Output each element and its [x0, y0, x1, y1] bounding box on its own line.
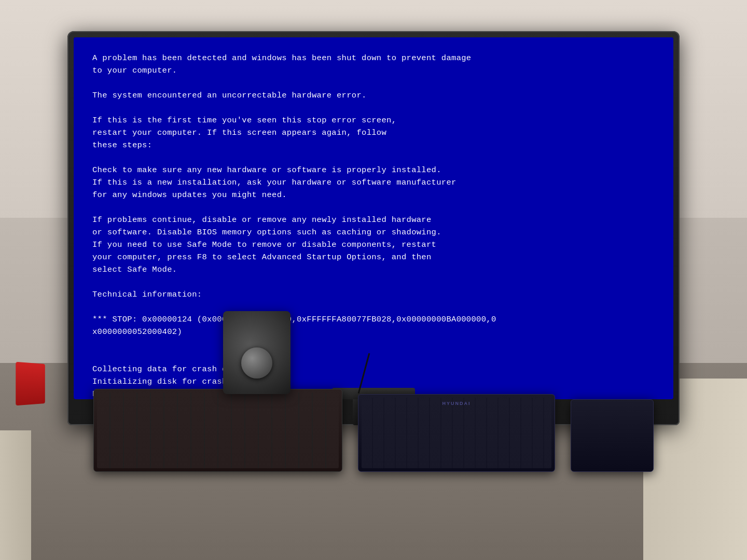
bsod-blank-7: [92, 338, 655, 351]
keyboard-area: HYUNDAI: [42, 368, 706, 472]
bsod-blank-4: [92, 201, 655, 214]
speaker-volume-knob: [241, 347, 272, 379]
bsod-line-8: If this is a new installation, ask your …: [92, 176, 655, 189]
monitor: A problem has been detected and windows …: [67, 31, 680, 425]
bsod-line-5: restart your computer. If this screen ap…: [92, 127, 655, 139]
bsod-line-6: these steps:: [92, 139, 655, 151]
bsod-line-9: for any windows updates you might need.: [92, 189, 655, 201]
bsod-stop-code: *** STOP: 0x00000124 (0x0000000000000000…: [92, 313, 655, 326]
red-object: [16, 362, 45, 405]
bsod-blank-8: [92, 351, 655, 363]
bsod-stop-code-2: x0000000052000402): [92, 326, 655, 338]
keyboard-right: HYUNDAI: [358, 394, 555, 472]
bsod-line-11: or software. Disable BIOS memory options…: [92, 226, 655, 239]
bsod-blank-2: [92, 102, 655, 114]
monitor-bezel: A problem has been detected and windows …: [74, 37, 673, 399]
bsod-blank-3: [92, 151, 655, 164]
keyboard-numpad: [571, 399, 654, 472]
bsod-line-7: Check to make sure any new hardware or s…: [92, 164, 655, 176]
keyboard-left: [93, 389, 342, 472]
bsod-blank-5: [92, 276, 655, 288]
bsod-blank-6: [92, 301, 655, 313]
couch-arm-left: [0, 430, 31, 560]
bsod-line-2: to your computer.: [92, 64, 655, 77]
bsod-line-15: Technical information:: [92, 288, 655, 301]
bsod-line-1: A problem has been detected and windows …: [92, 52, 655, 64]
bsod-line-10: If problems continue, disable or remove …: [92, 214, 655, 226]
bsod-screen: A problem has been detected and windows …: [74, 37, 673, 399]
bsod-line-12: If you need to use Safe Mode to remove o…: [92, 239, 655, 251]
bsod-line-4: If this is the first time you've seen th…: [92, 114, 655, 127]
bsod-line-13: your computer, press F8 to select Advanc…: [92, 251, 655, 263]
speaker: [223, 311, 290, 394]
bsod-line-3: The system encountered an uncorrectable …: [92, 89, 655, 102]
bsod-blank-1: [92, 77, 655, 89]
keyboard-brand-label: HYUNDAI: [442, 401, 471, 406]
bsod-line-14: select Safe Mode.: [92, 263, 655, 276]
